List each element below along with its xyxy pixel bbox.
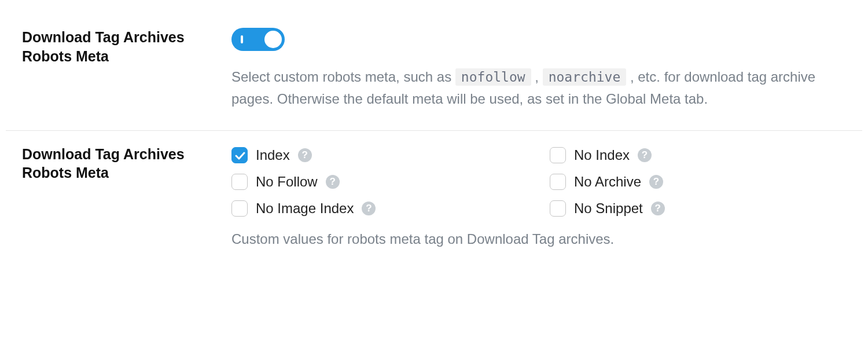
code-noarchive: noarchive (543, 68, 627, 86)
checkbox-no-snippet[interactable]: No Snippet ? (550, 200, 856, 217)
checkbox-box (231, 174, 248, 190)
checkbox-no-archive[interactable]: No Archive ? (550, 174, 856, 190)
checkbox-label: No Follow (256, 174, 318, 190)
checkbox-box (550, 147, 566, 163)
checkbox-label: No Archive (574, 174, 641, 190)
checkbox-grid: Index ? No Follow ? No Image Index ? (231, 147, 856, 217)
field-title: Download Tag Archives Robots Meta (22, 145, 218, 182)
help-icon[interactable]: ? (638, 148, 652, 162)
field-title: Download Tag Archives Robots Meta (22, 28, 218, 65)
field-description: Custom values for robots meta tag on Dow… (231, 228, 845, 250)
checkbox-box (231, 200, 248, 217)
checkbox-box (550, 174, 566, 190)
checkbox-label: Index (256, 147, 290, 163)
checkbox-box (550, 200, 566, 217)
help-icon[interactable]: ? (649, 175, 663, 189)
field-content-col: Select custom robots meta, such as nofol… (231, 28, 846, 109)
checkbox-label: No Index (574, 147, 630, 163)
checkbox-label: No Image Index (256, 200, 354, 217)
checkbox-box (231, 147, 248, 163)
robots-meta-toggle[interactable] (231, 28, 285, 51)
help-icon[interactable]: ? (298, 148, 312, 162)
checkbox-no-index[interactable]: No Index ? (550, 147, 856, 163)
checkbox-no-follow[interactable]: No Follow ? (231, 174, 538, 190)
checkbox-no-image-index[interactable]: No Image Index ? (231, 200, 538, 217)
checkbox-column-left: Index ? No Follow ? No Image Index ? (231, 147, 538, 217)
desc-text: Select custom robots meta, such as (231, 69, 455, 85)
section-robots-meta-toggle: Download Tag Archives Robots Meta Select… (6, 14, 862, 130)
checkbox-index[interactable]: Index ? (231, 147, 538, 163)
desc-text: , (535, 69, 542, 85)
field-description: Select custom robots meta, such as nofol… (231, 66, 845, 109)
help-icon[interactable]: ? (326, 175, 340, 189)
field-content-col: Index ? No Follow ? No Image Index ? (231, 145, 856, 250)
check-icon (234, 150, 246, 162)
help-icon[interactable]: ? (362, 202, 376, 215)
checkbox-column-right: No Index ? No Archive ? No Snippet ? (550, 147, 856, 217)
field-label-col: Download Tag Archives Robots Meta (22, 28, 231, 65)
code-nofollow: nofollow (455, 68, 531, 86)
checkbox-label: No Snippet (574, 200, 643, 217)
toggle-indicator-icon (241, 35, 243, 43)
help-icon[interactable]: ? (651, 202, 665, 215)
field-label-col: Download Tag Archives Robots Meta (22, 145, 231, 182)
toggle-knob-icon (264, 31, 282, 48)
section-robots-meta-options: Download Tag Archives Robots Meta Index … (6, 130, 862, 270)
